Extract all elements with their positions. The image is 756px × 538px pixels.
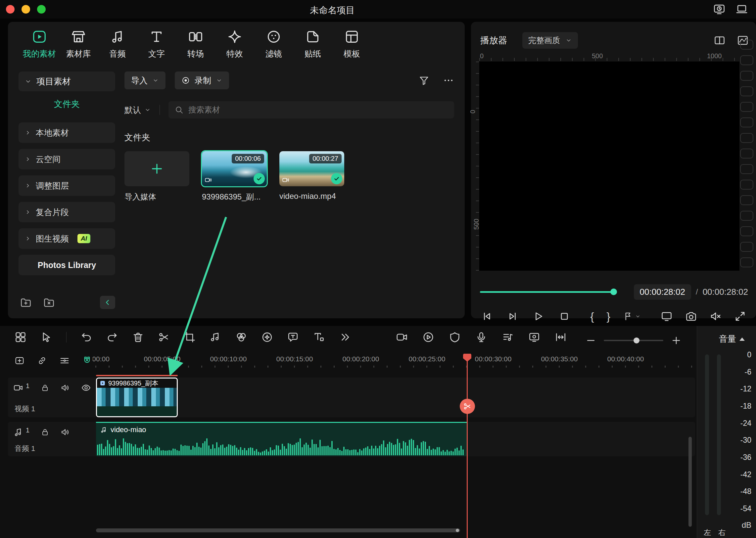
video-track-icon [13, 383, 23, 393]
export-project-icon[interactable] [713, 3, 726, 16]
volume-header[interactable]: 音量 [719, 333, 745, 345]
mute-icon[interactable] [710, 310, 722, 322]
delete-icon[interactable] [132, 331, 144, 343]
display-layout-icon[interactable] [735, 3, 748, 16]
sidebar-item-folder-active[interactable]: 文件夹 [19, 91, 115, 117]
close-window-button[interactable] [6, 5, 15, 14]
timeline-ruler[interactable]: 00:00:00 00:00:05:00 00:00:10:00 00:00:1… [93, 354, 696, 370]
marker-dropdown[interactable] [623, 311, 641, 321]
tab-library[interactable]: 素材库 [59, 29, 98, 59]
collapse-sidebar-button[interactable] [100, 296, 115, 309]
music-beat-icon[interactable] [209, 331, 221, 343]
insert-clip-icon[interactable] [15, 356, 25, 366]
new-folder-icon[interactable] [20, 296, 32, 308]
add-text-icon[interactable] [313, 331, 325, 343]
more-options-icon[interactable] [443, 75, 454, 86]
sidebar-item-image-to-video[interactable]: 图生视频AI [19, 228, 115, 249]
voiceover-mic-icon[interactable] [475, 331, 487, 343]
tab-transitions[interactable]: 转场 [176, 29, 215, 59]
timeline-vertical-scrollbar[interactable] [688, 437, 692, 527]
import-button[interactable]: 导入 [125, 72, 165, 89]
filter-list-icon[interactable] [418, 75, 430, 86]
lock-icon[interactable] [41, 428, 49, 436]
next-frame-icon[interactable] [507, 310, 519, 322]
redo-icon[interactable] [106, 331, 118, 343]
zoom-slider-knob[interactable] [633, 338, 639, 344]
delete-folder-icon[interactable] [43, 296, 55, 308]
tab-filters[interactable]: 滤镜 [254, 29, 293, 59]
sidebar-item-adjustment-layer[interactable]: 调整图层 [19, 175, 115, 196]
zoom-in-icon[interactable] [670, 335, 682, 346]
sidebar-item-cloud[interactable]: 云空间 [19, 149, 115, 169]
audio-waveform [97, 436, 465, 455]
sidebar-item-local-media[interactable]: 本地素材 [19, 123, 115, 143]
import-media-tile[interactable] [125, 151, 189, 186]
mirror-display-icon[interactable] [661, 310, 672, 322]
player-panel: 播放器 完整画质 0 500 1000 0 500 00:00:28:02 / … [471, 22, 756, 318]
zoom-window-button[interactable] [37, 5, 46, 14]
record-button[interactable]: 录制 [175, 72, 229, 89]
timeline-zoom-slider[interactable] [604, 340, 663, 341]
more-tools-icon[interactable] [339, 331, 351, 343]
zoom-out-icon[interactable] [585, 335, 597, 346]
preview-play-icon[interactable] [422, 331, 434, 343]
eye-icon[interactable] [81, 383, 91, 393]
undo-icon[interactable] [81, 331, 92, 343]
sidebar-item-compound-clip[interactable]: 复合片段 [19, 202, 115, 222]
play-icon[interactable] [533, 310, 545, 322]
fullscreen-icon[interactable] [734, 310, 746, 322]
tab-my-media[interactable]: 我的素材 [20, 29, 59, 59]
transition-icon [188, 29, 203, 44]
media-thumbnail-2[interactable]: 00:00:27 [279, 151, 344, 186]
player-ruler-horizontal: 0 500 1000 [479, 54, 739, 61]
tab-audio[interactable]: 音频 [98, 29, 137, 59]
split-scissors-icon[interactable] [158, 331, 170, 343]
quality-dropdown[interactable]: 完整画质 [522, 32, 578, 49]
playback-slider-knob[interactable] [611, 289, 617, 295]
fit-timeline-icon[interactable] [555, 331, 567, 343]
minimize-window-button[interactable] [22, 5, 30, 14]
crop-icon[interactable] [184, 331, 196, 343]
sidebar-item-project-media[interactable]: 项目素材 [19, 72, 115, 91]
select-tool-icon[interactable] [40, 331, 52, 343]
tab-effects[interactable]: 特效 [215, 29, 254, 59]
timeline-audio-clip[interactable]: video-miao [96, 422, 467, 456]
timeline-horizontal-scrollbar[interactable] [96, 528, 460, 532]
camera-record-icon[interactable] [396, 331, 408, 343]
mark-out-button[interactable]: } [607, 311, 611, 322]
split-view-icon[interactable] [714, 34, 726, 46]
audio-list-icon[interactable] [502, 331, 514, 343]
audio-track-count: 1 [26, 426, 29, 434]
caret-right-icon [25, 182, 31, 189]
playhead[interactable] [467, 354, 468, 538]
track-switch-icon[interactable] [60, 356, 70, 366]
cut-cursor-badge[interactable] [460, 399, 475, 414]
video-preview[interactable] [479, 62, 739, 271]
caption-icon[interactable] [287, 331, 299, 343]
mark-in-button[interactable]: { [590, 311, 594, 322]
screen-record-icon[interactable] [528, 331, 540, 343]
search-input[interactable] [188, 105, 448, 115]
tab-templates[interactable]: 模板 [332, 29, 372, 59]
sort-dropdown[interactable]: 默认 [125, 105, 151, 116]
text-icon [149, 29, 164, 44]
speaker-icon[interactable] [61, 427, 70, 437]
clip-effect-icon[interactable] [261, 331, 273, 343]
tab-text[interactable]: 文字 [137, 29, 176, 59]
timeline-video-clip[interactable]: 939986395_副本 [96, 378, 178, 417]
previous-frame-icon[interactable] [481, 310, 493, 322]
speaker-icon[interactable] [61, 383, 70, 393]
stop-icon[interactable] [558, 310, 570, 322]
track-layout-icon[interactable] [15, 331, 27, 343]
snapshot-icon[interactable] [685, 310, 697, 322]
color-orbs-icon[interactable] [235, 331, 247, 343]
playback-slider[interactable] [480, 291, 616, 293]
lock-icon[interactable] [41, 384, 49, 392]
mask-icon[interactable] [449, 331, 461, 343]
link-clips-icon[interactable] [37, 356, 47, 366]
tab-stickers[interactable]: 贴纸 [293, 29, 332, 59]
titlebar: 未命名项目 [0, 0, 756, 19]
sidebar-item-photos-library[interactable]: Photos Library [19, 255, 115, 275]
media-thumbnail-1[interactable]: 00:00:06 [202, 151, 267, 186]
magnet-snap-icon[interactable] [82, 356, 92, 366]
